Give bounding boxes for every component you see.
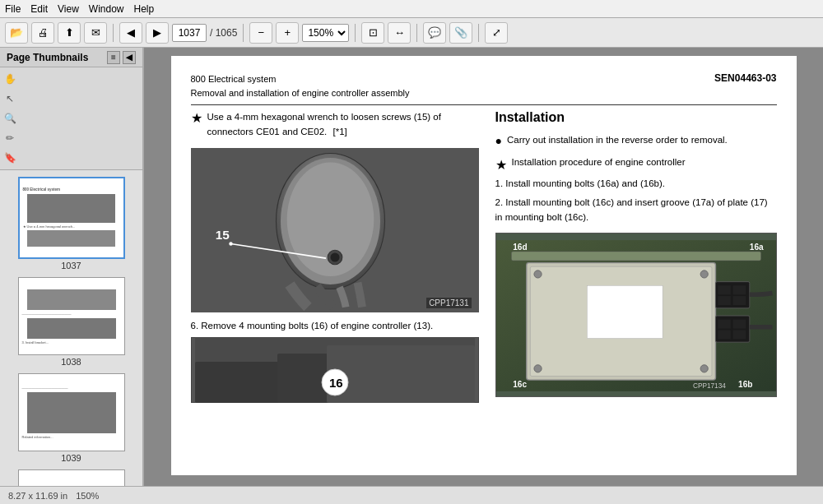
header-left: 800 Electrical system Removal and instal… xyxy=(191,72,410,99)
svg-rect-26 xyxy=(718,320,731,329)
install-step2: 2. Install mounting bolt (16c) and inser… xyxy=(495,196,777,225)
menu-view[interactable]: View xyxy=(58,3,79,15)
install-star-text: Installation procedure of engine control… xyxy=(512,157,686,173)
menu-window[interactable]: Window xyxy=(89,3,124,15)
bottom-zoom-label: 150% xyxy=(76,491,99,501)
connector-image: 15 CPP17131 xyxy=(191,148,479,312)
install-star: ★ Installation procedure of engine contr… xyxy=(495,157,777,173)
svg-text:16b: 16b xyxy=(738,381,752,390)
bullet-text: Carry out installation in the reverse or… xyxy=(507,133,728,150)
sep2 xyxy=(243,24,244,42)
svg-text:16: 16 xyxy=(329,376,343,390)
thumbnail-1038[interactable]: ——————————————— 3. Install bracket... 10… xyxy=(18,277,125,367)
menu-help[interactable]: Help xyxy=(134,3,155,15)
doc-left-column: ★ Use a 4-mm hexagonal wrench to loosen … xyxy=(191,110,479,403)
comment-button[interactable]: 💬 xyxy=(423,22,446,44)
upload-button[interactable]: ⬆ xyxy=(58,22,81,44)
star-instruction: ★ Use a 4-mm hexagonal wrench to loosen … xyxy=(191,110,479,140)
thumbnail-1040[interactable]: HYDRAULIC EXCAVATOR FORMULA... Serial nu… xyxy=(18,469,125,488)
svg-point-30 xyxy=(533,270,541,278)
star-ref: [*1] xyxy=(332,127,346,136)
sep4 xyxy=(416,24,417,42)
toolbar: 📂 🖨 ⬆ ✉ ◀ ▶ / 1065 − + 150% 100% 125% 20… xyxy=(0,18,823,48)
thumbnail-label-1039: 1039 xyxy=(61,453,81,463)
menu-file[interactable]: File xyxy=(5,3,21,15)
menu-edit[interactable]: Edit xyxy=(30,3,48,15)
page-size-label: 8.27 x 11.69 in xyxy=(8,491,67,501)
install-star-icon: ★ xyxy=(495,157,507,173)
controller-svg: 16d 16a 16c 16b CPP17134 xyxy=(496,234,776,397)
menu-bar: File Edit View Window Help xyxy=(0,0,823,18)
doc-right-column: Installation ● Carry out installation in… xyxy=(495,110,777,403)
image1-label: CPP17131 xyxy=(426,298,471,308)
thumbnail-label-1037: 1037 xyxy=(61,261,81,270)
document-page: 800 Electrical system Removal and instal… xyxy=(171,56,797,475)
expand-button[interactable]: ⤢ xyxy=(485,22,508,44)
thumbnail-1037[interactable]: 800 Electrical system ★ Use a 4-mm hexag… xyxy=(18,177,125,270)
header-line1: 800 Electrical system xyxy=(191,72,410,86)
panel-title: Page Thumbnails xyxy=(7,52,88,63)
panel-collapse-button[interactable]: ◀ xyxy=(123,51,136,64)
annotate-tool-icon[interactable]: ✏ xyxy=(3,132,16,145)
document-header: 800 Electrical system Removal and instal… xyxy=(191,72,777,105)
fit-page-button[interactable]: ⊡ xyxy=(361,22,384,44)
svg-point-33 xyxy=(700,365,708,372)
print-button[interactable]: 🖨 xyxy=(31,22,54,44)
svg-text:15: 15 xyxy=(215,228,230,242)
email-button[interactable]: ✉ xyxy=(84,22,107,44)
stamp-tool-icon[interactable]: 🔖 xyxy=(3,151,16,164)
thumbnail-label-1038: 1038 xyxy=(61,357,81,367)
svg-rect-23 xyxy=(718,296,731,305)
step1-text: 1. Install mounting bolts (16a) and (16b… xyxy=(495,177,665,192)
installation-title: Installation xyxy=(495,110,777,125)
svg-text:16d: 16d xyxy=(513,243,527,252)
step2-text: 2. Install mounting bolt (16c) and inser… xyxy=(495,196,777,225)
sep5 xyxy=(478,24,479,42)
document-body: ★ Use a 4-mm hexagonal wrench to loosen … xyxy=(191,110,777,403)
sep1 xyxy=(113,24,114,42)
bottom-bar: 8.27 x 11.69 in 150% xyxy=(0,486,823,504)
zoom-select[interactable]: 150% 100% 125% 200% xyxy=(302,24,349,42)
attach-button[interactable]: 📎 xyxy=(449,22,472,44)
bottom-svg: 16 xyxy=(192,337,478,403)
document-viewer[interactable]: 800 Electrical system Removal and instal… xyxy=(144,48,823,504)
svg-rect-29 xyxy=(732,331,746,340)
zoom-out-button[interactable]: − xyxy=(249,22,272,44)
bullet-icon: ● xyxy=(495,132,502,150)
svg-rect-24 xyxy=(732,296,746,305)
header-right: SEN04463-03 xyxy=(714,72,776,99)
controller-image: 16d 16a 16c 16b CPP17134 xyxy=(495,233,777,397)
panel-header: Page Thumbnails ≡ ◀ xyxy=(0,48,142,67)
installation-bullet: ● Carry out installation in the reverse … xyxy=(495,133,777,150)
svg-text:CPP17134: CPP17134 xyxy=(692,383,725,391)
header-line2: Removal and installation of engine contr… xyxy=(191,86,410,100)
page-total-label: / 1065 xyxy=(210,27,237,39)
sep3 xyxy=(355,24,356,42)
svg-rect-19 xyxy=(587,286,663,339)
install-step1: 1. Install mounting bolts (16a) and (16b… xyxy=(495,177,777,192)
zoom-tool-icon[interactable]: 🔍 xyxy=(3,112,16,125)
svg-rect-12 xyxy=(327,345,475,403)
open-file-button[interactable]: 📂 xyxy=(5,22,28,44)
panel-header-buttons: ≡ ◀ xyxy=(107,51,136,64)
select-tool-icon[interactable]: ↖ xyxy=(3,92,16,105)
star-icon: ★ xyxy=(191,110,202,140)
main-area: Page Thumbnails ≡ ◀ ✋ ↖ 🔍 ✏ 🔖 800 Electr… xyxy=(0,48,823,504)
svg-text:16a: 16a xyxy=(749,243,763,252)
thumbnail-1039[interactable]: —————————————— Related information... 10… xyxy=(18,373,125,463)
connector-svg: 15 xyxy=(192,149,478,312)
fit-width-button[interactable]: ↔ xyxy=(388,22,411,44)
svg-point-8 xyxy=(229,242,232,245)
nav-back-button[interactable]: ◀ xyxy=(119,22,142,44)
svg-rect-21 xyxy=(718,286,731,295)
zoom-in-button[interactable]: + xyxy=(276,22,299,44)
panel-options-button[interactable]: ≡ xyxy=(107,51,120,64)
svg-point-5 xyxy=(330,252,339,261)
star-text: Use a 4-mm hexagonal wrench to loosen sc… xyxy=(207,110,479,140)
section6-text: 6. Remove 4 mounting bolts (16) of engin… xyxy=(191,321,479,331)
page-number-input[interactable] xyxy=(172,24,207,42)
hand-tool-icon[interactable]: ✋ xyxy=(3,72,16,86)
svg-text:16c: 16c xyxy=(513,381,527,390)
nav-forward-button[interactable]: ▶ xyxy=(146,22,169,44)
thumbnails-container: 800 Electrical system ★ Use a 4-mm hexag… xyxy=(0,170,142,488)
